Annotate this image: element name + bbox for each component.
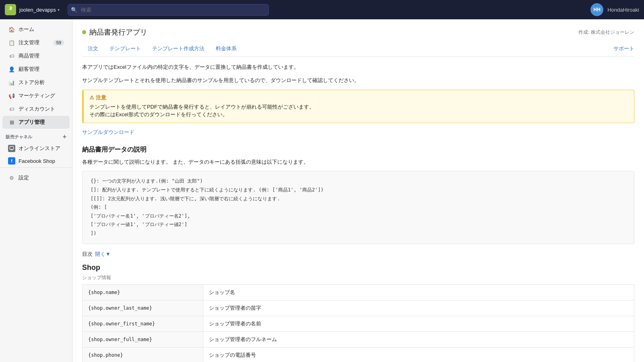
table-key: {shop.phone} <box>83 347 203 362</box>
code-line: []: 配列が入ります. テンプレートで使用すると下に続くようになります. (例… <box>91 186 626 195</box>
add-channel-button[interactable]: + <box>63 133 66 140</box>
search-input[interactable] <box>68 4 269 16</box>
sidebar-item-orders[interactable]: 📋 注文管理 59 <box>2 36 70 49</box>
app-title-wrap: 納品書発行アプリ <box>82 27 147 37</box>
sidebar-nav: 🏠 ホーム 📋 注文管理 59🏷 商品管理 👤 顧客管理 📊 ストア分析 📢 マ… <box>0 23 72 129</box>
shop-section-sub: ショップ情報 <box>82 274 634 281</box>
table-key: {shop.name} <box>83 284 203 300</box>
store-name: joolen_devapps <box>19 7 56 13</box>
sidebar-bottom: ⚙ 設定 <box>0 167 72 184</box>
app-title: 納品書発行アプリ <box>89 27 147 37</box>
sidebar-item-settings[interactable]: ⚙ 設定 <box>2 171 70 184</box>
sales-channels-section: 販売チャネル + <box>0 129 72 142</box>
home-icon: 🏠 <box>8 26 15 33</box>
table-row: {shop.phone}ショップの電話番号 <box>83 347 634 362</box>
sidebar: 🏠 ホーム 📋 注文管理 59🏷 商品管理 👤 顧客管理 📊 ストア分析 📢 マ… <box>0 19 72 362</box>
online-store-icon <box>8 145 15 152</box>
content-inner: 納品書発行アプリ 作成: 株式会社ジョーレン 注文テンプレートテンプレート作成方… <box>72 19 644 362</box>
search-icon: 🔍 <box>71 7 77 13</box>
app-author: 作成: 株式会社ジョーレン <box>578 29 634 36</box>
settings-icon: ⚙ <box>8 174 15 181</box>
discounts-icon: 🏷 <box>8 105 15 113</box>
table-row: {shop.owner_first_name}ショップ管理者の名前 <box>83 316 634 331</box>
shop-section-title: Shop <box>82 263 634 272</box>
table-key: {shop.owner_last_name} <box>83 300 203 316</box>
warning-box: ⚠ 注意 テンプレートを使用してPDFで納品書を発行すると、レイアウトが崩れる可… <box>82 90 634 123</box>
sidebar-channels: オンラインストア ⚙f Facebook Shop ⚙ <box>0 142 72 167</box>
marketing-icon: 📢 <box>8 92 15 99</box>
data-section-desc: 各種データに関して説明になります。 また、データのキーにある括弧の意味は以下にな… <box>82 158 634 167</box>
username: HondaHiroaki <box>607 7 639 13</box>
topbar: joolen_devapps ▾ 🔍 HH HondaHiroaki <box>0 0 644 19</box>
table-desc: ショップの電話番号 <box>203 347 634 362</box>
tabs-container: 注文テンプレートテンプレート作成方法料金体系 <box>82 42 613 56</box>
sidebar-item-home[interactable]: 🏠 ホーム <box>2 23 70 36</box>
table-desc: ショップ名 <box>203 284 634 300</box>
store-selector[interactable]: joolen_devapps ▾ <box>19 7 60 13</box>
code-block: {}: 一つの文字列が入ります.(例: "山田 太郎")[]: 配列が入ります.… <box>82 171 634 244</box>
sample-download-link[interactable]: サンプルダウンロード <box>82 129 134 136</box>
code-line: [[]]: 2次元配列が入ります. 浅い階層で下に, 深い階層で右に続くようにな… <box>91 195 626 204</box>
tab-注文[interactable]: 注文 <box>82 42 104 56</box>
shopify-logo <box>5 4 16 15</box>
desc-line1: 本アプリではExcelファイル内の特定の文字を、データに置換して納品書を作成して… <box>82 63 634 72</box>
table-row: {shop.name}ショップ名 <box>83 284 634 300</box>
code-line: ['プロパティー値1', 'プロパティー値2'] <box>91 220 626 229</box>
table-desc: ショップ管理者のフルネーム <box>203 331 634 347</box>
table-desc: ショップ管理者の名前 <box>203 316 634 331</box>
sidebar-item-marketing[interactable]: 📢 マーケティング <box>2 89 70 102</box>
search-container: 🔍 <box>68 4 582 16</box>
table-row: {shop.owner_full_name}ショップ管理者のフルネーム <box>83 331 634 347</box>
badge-orders: 59 <box>54 40 64 45</box>
tab-テンプレート作成方法[interactable]: テンプレート作成方法 <box>147 42 210 56</box>
tab-support[interactable]: サポート <box>613 42 634 56</box>
app-status-dot <box>82 30 86 34</box>
main-layout: 🏠 ホーム 📋 注文管理 59🏷 商品管理 👤 顧客管理 📊 ストア分析 📢 マ… <box>0 19 644 362</box>
code-line: ['プロパティー名1', 'プロパティー名2'], <box>91 212 626 221</box>
analytics-icon: 📊 <box>8 79 15 86</box>
apps-icon: ⊞ <box>8 119 15 126</box>
shop-table: {shop.name}ショップ名{shop.owner_last_name}ショ… <box>82 284 634 362</box>
sidebar-item-discounts[interactable]: 🏷 ディスカウント <box>2 103 70 115</box>
toc-label: 目次 開く▼ <box>82 251 634 258</box>
warning-title: ⚠ 注意 <box>89 94 628 101</box>
table-key: {shop.owner_full_name} <box>83 331 203 347</box>
table-row: {shop.owner_last_name}ショップ管理者の苗字 <box>83 300 634 316</box>
customers-icon: 👤 <box>8 66 15 73</box>
store-caret-icon: ▾ <box>58 8 60 12</box>
products-icon: 🏷 <box>8 52 15 60</box>
sidebar-channel-facebook-shop[interactable]: f Facebook Shop ⚙ <box>2 155 70 167</box>
facebook-icon: f <box>8 157 15 165</box>
sidebar-item-apps[interactable]: ⊞ アプリ管理 <box>2 116 70 129</box>
sidebar-channel-online-store[interactable]: オンラインストア ⚙ <box>2 142 70 154</box>
toc-wrap: 目次 開く▼ <box>82 251 634 258</box>
tab-料金体系[interactable]: 料金体系 <box>210 42 242 56</box>
data-section-title: 納品書用データの説明 <box>82 146 634 154</box>
topbar-right: HH HondaHiroaki <box>590 3 639 16</box>
code-line: ]) <box>91 229 626 238</box>
svg-rect-0 <box>10 146 14 149</box>
sidebar-item-products[interactable]: 🏷 商品管理 <box>2 49 70 62</box>
orders-icon: 📋 <box>8 39 15 46</box>
tab-テンプレート[interactable]: テンプレート <box>104 42 147 56</box>
content-area: 納品書発行アプリ 作成: 株式会社ジョーレン 注文テンプレートテンプレート作成方… <box>72 19 644 362</box>
desc-line2: サンプルテンプレートとそれを使用した納品書のサンプルを用意しているので、ダウンロ… <box>82 76 634 85</box>
warning-body: テンプレートを使用してPDFで納品書を発行すると、レイアウトが崩れる可能性がござ… <box>89 103 628 119</box>
toc-toggle[interactable]: 開く▼ <box>95 251 111 258</box>
code-line: {}: 一つの文字列が入ります.(例: "山田 太郎") <box>91 177 626 186</box>
table-key: {shop.owner_first_name} <box>83 316 203 331</box>
tabs-bar: 注文テンプレートテンプレート作成方法料金体系 サポート <box>82 42 634 57</box>
table-desc: ショップ管理者の苗字 <box>203 300 634 316</box>
sidebar-item-customers[interactable]: 👤 顧客管理 <box>2 63 70 76</box>
avatar: HH <box>590 3 603 16</box>
app-header: 納品書発行アプリ 作成: 株式会社ジョーレン <box>82 27 634 37</box>
code-line: (例: [ <box>91 203 626 212</box>
sidebar-item-analytics[interactable]: 📊 ストア分析 <box>2 76 70 89</box>
